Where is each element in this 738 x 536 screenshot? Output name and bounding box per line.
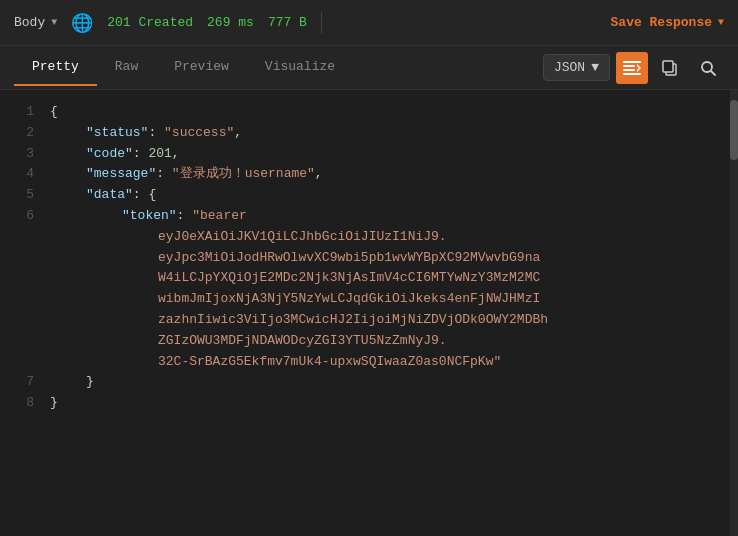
code-line-8: } xyxy=(50,393,730,414)
format-chevron-icon: ▼ xyxy=(591,60,599,75)
format-label: JSON xyxy=(554,60,585,75)
code-line-4: "message" : "登录成功！username" , xyxy=(50,164,730,185)
copy-button[interactable] xyxy=(654,52,686,84)
globe-icon: 🌐 xyxy=(71,12,93,34)
wrap-button[interactable] xyxy=(616,52,648,84)
svg-rect-1 xyxy=(623,65,635,67)
line-num-3: 3 xyxy=(0,144,34,165)
code-line-token-1: eyJ0eXAiOiJKV1QiLCJhbGciOiJIUzI1NiJ9. xyxy=(50,227,730,248)
svg-rect-3 xyxy=(623,73,641,75)
code-line-token-7: 32C-SrBAzG5Ekfmv7mUk4-upxwSQIwaaZ0as0NCF… xyxy=(50,352,730,373)
search-icon xyxy=(700,60,716,76)
line-num-6: 6 xyxy=(0,206,34,227)
line-num-2: 2 xyxy=(0,123,34,144)
line-num-14: 7 xyxy=(0,372,34,393)
line-num-10 xyxy=(0,289,34,310)
status-code: 201 Created xyxy=(107,15,193,30)
tab-preview[interactable]: Preview xyxy=(156,49,247,86)
scrollbar-thumb[interactable] xyxy=(730,100,738,160)
tab-visualize[interactable]: Visualize xyxy=(247,49,353,86)
response-size: 777 B xyxy=(268,15,307,30)
save-response-label: Save Response xyxy=(611,15,712,30)
code-line-token-4: wibmJmIjoxNjA3NjY5NzYwLCJqdGkiOiJkeks4en… xyxy=(50,289,730,310)
line-num-15: 8 xyxy=(0,393,34,414)
body-label: Body xyxy=(14,15,45,30)
code-line-token-3: W4iLCJpYXQiOjE2MDc2Njk3NjAsImV4cCI6MTYwN… xyxy=(50,268,730,289)
line-num-11 xyxy=(0,310,34,331)
scrollbar[interactable] xyxy=(730,90,738,536)
toolbar-icons: JSON ▼ xyxy=(543,52,724,84)
svg-rect-2 xyxy=(623,69,635,71)
code-line-1: { xyxy=(50,102,730,123)
tabs-bar: Pretty Raw Preview Visualize JSON ▼ xyxy=(0,46,738,90)
copy-icon xyxy=(662,60,678,76)
code-line-token-5: zazhnIiwic3ViIjo3MCwicHJ2IijoiMjNiZDVjOD… xyxy=(50,310,730,331)
code-line-token-6: ZGIzOWU3MDFjNDAWODcyZGI3YTU5NzZmNyJ9. xyxy=(50,331,730,352)
tab-pretty[interactable]: Pretty xyxy=(14,49,97,86)
code-line-7: } xyxy=(50,372,730,393)
code-line-3: "code" : 201 , xyxy=(50,144,730,165)
code-line-6: "token" : "bearer xyxy=(50,206,730,227)
line-num-13 xyxy=(0,352,34,373)
wrap-icon xyxy=(623,60,641,76)
tab-raw[interactable]: Raw xyxy=(97,49,156,86)
code-line-5: "data" : { xyxy=(50,185,730,206)
code-line-token-2: eyJpc3MiOiJodHRwOlwvXC9wbi5pb1wvWYBpXC92… xyxy=(50,248,730,269)
line-num-7 xyxy=(0,227,34,248)
save-response-chevron-icon: ▼ xyxy=(718,17,724,28)
top-bar: Body ▼ 🌐 201 Created 269 ms 777 B Save R… xyxy=(0,0,738,46)
svg-rect-5 xyxy=(663,61,673,72)
code-area: 1 2 3 4 5 6 7 8 { "status" : "success" , xyxy=(0,90,738,536)
line-num-5: 5 xyxy=(0,185,34,206)
line-num-12 xyxy=(0,331,34,352)
divider xyxy=(321,12,322,34)
body-selector[interactable]: Body ▼ xyxy=(14,15,57,30)
code-content[interactable]: { "status" : "success" , "code" : 201 , … xyxy=(46,90,730,536)
line-num-8 xyxy=(0,248,34,269)
line-num-1: 1 xyxy=(0,102,34,123)
line-num-9 xyxy=(0,268,34,289)
line-numbers: 1 2 3 4 5 6 7 8 xyxy=(0,90,46,536)
line-num-4: 4 xyxy=(0,164,34,185)
search-button[interactable] xyxy=(692,52,724,84)
chevron-down-icon: ▼ xyxy=(51,17,57,28)
svg-rect-0 xyxy=(623,61,641,63)
svg-line-7 xyxy=(711,71,715,75)
code-line-2: "status" : "success" , xyxy=(50,123,730,144)
response-time: 269 ms xyxy=(207,15,254,30)
save-response-button[interactable]: Save Response ▼ xyxy=(611,15,724,30)
format-dropdown[interactable]: JSON ▼ xyxy=(543,54,610,81)
